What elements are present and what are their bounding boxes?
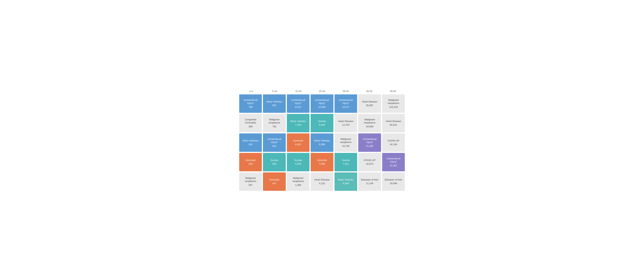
cell-label: Diseases of liver xyxy=(361,178,378,182)
grid-cell: Suicide7,311 xyxy=(334,153,357,171)
grid-cell: Motor Vehicles6,549 xyxy=(334,172,357,191)
cell-value: 42,104 xyxy=(390,143,397,146)
grid-cell: Diseases of liver19,598 xyxy=(382,172,405,191)
cell-value: 24,571 xyxy=(342,106,350,108)
cell-value: 309 xyxy=(248,162,253,165)
grid-cell: Suicide6,058 xyxy=(287,153,310,171)
data-grid: Unintentional Injury*788Motor Vehicles95… xyxy=(239,94,405,191)
cell-value: 307 xyxy=(248,184,253,186)
cell-value: 7,311 xyxy=(343,162,349,165)
cell-value: 35,997 xyxy=(366,104,373,107)
grid-cell: Motor Vehicles7,120 xyxy=(287,114,310,132)
cell-label: Malignant neoplasms xyxy=(336,138,356,144)
grid-cell: Motor Vehicles8,386 xyxy=(310,134,333,152)
cell-value: 369 xyxy=(248,125,253,128)
grid-cell: Heart Disease93,531 xyxy=(382,114,405,132)
cell-value: 6,549 xyxy=(343,182,349,185)
grid-cell: Unintentional Injury*21,948 xyxy=(358,134,381,152)
cell-value: 951 xyxy=(272,104,276,107)
cell-value: 22,361 xyxy=(390,164,397,167)
age-group-header: 45-54 xyxy=(358,89,381,93)
cell-value: 7,086 xyxy=(319,162,325,165)
cell-label: Malignant neoplasms xyxy=(360,118,380,124)
age-group-header: 1-4 xyxy=(239,89,263,93)
grid-cell: Malignant neoplasms34,589 xyxy=(358,114,381,132)
cell-value: 22,983 xyxy=(318,106,326,108)
cell-label: Unintentional Injury* xyxy=(384,157,403,164)
grid-cell: Unintentional Injury*24,571 xyxy=(334,94,357,113)
cell-value: 34,589 xyxy=(366,125,373,128)
cell-value: 8,446 xyxy=(319,124,325,126)
cell-label: Homicide xyxy=(293,139,303,142)
cell-value: 8,021 xyxy=(295,106,301,108)
cell-label: Malignant neoplasms xyxy=(264,118,284,124)
cell-value: 6,058 xyxy=(295,162,301,165)
age-group-header: 25-34 xyxy=(310,89,334,93)
cell-value: 792 xyxy=(272,125,276,128)
grid-cell: Unintentional Injury*8,021 xyxy=(287,94,310,113)
cell-value: 788 xyxy=(248,106,253,108)
age-group-header: 5-14 xyxy=(263,89,287,93)
grid-cell: Malignant neoplasms110,243 xyxy=(382,94,405,113)
grid-cell: Motor Vehicles951 xyxy=(263,94,286,113)
cell-value: 10,730 xyxy=(342,144,350,148)
cell-value: 11,146 xyxy=(366,182,373,185)
grid-cell: Motor Vehicles362 xyxy=(239,134,262,152)
cell-label: Congenital Anomalies xyxy=(241,118,260,124)
cell-value: 4,132 xyxy=(319,182,325,185)
grid-cell: Malignant neoplasms1,306 xyxy=(287,172,310,191)
grid-cell: Homicide309 xyxy=(239,153,262,171)
cell-label: Unintentional Injury* xyxy=(336,98,356,105)
grid-cell: Unintentional Injury*788 xyxy=(239,94,262,113)
grid-cell: Homicide7,086 xyxy=(310,153,333,171)
cell-label: Homicide xyxy=(270,178,279,182)
cell-label: Unintentional Injury* xyxy=(264,138,284,144)
grid-cell: Suicide600 xyxy=(263,153,286,171)
grid-cell: COVID-19*16,973 xyxy=(358,153,381,171)
cell-label: Motor Vehicles xyxy=(314,139,330,142)
cell-label: Unintentional Injury* xyxy=(312,98,332,105)
grid-cell: Unintentional Injury*624 xyxy=(263,134,286,152)
cell-label: COVID-19* xyxy=(388,139,400,142)
grid-cell: Heart Disease12,753 xyxy=(334,114,357,132)
chart-container: 1-45-1415-2425-3435-4445-5455-64 Uninten… xyxy=(239,86,405,191)
grid-cell: Suicide8,446 xyxy=(310,114,333,132)
grid-cell: COVID-19*42,104 xyxy=(382,134,405,152)
grid-cell: Homicide447 xyxy=(263,172,286,191)
cell-label: Heart Disease xyxy=(338,120,353,123)
cell-value: 19,598 xyxy=(390,182,397,185)
cell-label: Motor Vehicles xyxy=(338,178,354,182)
cell-label: Heart Disease xyxy=(314,178,330,182)
cell-label: Malignant neoplasms xyxy=(384,98,403,105)
grid-cell: Malignant neoplasms307 xyxy=(239,172,262,191)
grid-cell: Heart Disease35,997 xyxy=(358,94,381,113)
cell-label: Unintentional Injury* xyxy=(360,138,380,144)
cell-value: 21,948 xyxy=(366,144,373,148)
cell-label: COVID-19* xyxy=(364,159,376,162)
grid-cell: Malignant neoplasms10,730 xyxy=(334,134,357,152)
age-headers: 1-45-1415-2425-3435-4445-5455-64 xyxy=(239,89,405,93)
cell-value: 600 xyxy=(272,162,276,165)
cell-label: Suicide xyxy=(294,159,302,162)
grid-cell: Malignant neoplasms792 xyxy=(263,114,286,132)
grid-cell: Congenital Anomalies369 xyxy=(239,114,262,132)
grid-cell: Unintentional Injury*22,983 xyxy=(310,94,333,113)
cell-label: Suicide xyxy=(270,159,278,162)
cell-value: 447 xyxy=(272,182,276,185)
cell-value: 93,531 xyxy=(390,124,397,126)
cell-label: Motor Vehicles xyxy=(243,139,258,142)
cell-value: 362 xyxy=(248,143,253,146)
age-group-header: 55-64 xyxy=(381,89,405,93)
grid-cell: Unintentional Injury*22,361 xyxy=(382,153,405,171)
cell-label: Diseases of liver xyxy=(385,178,402,182)
cell-label: Suicide xyxy=(342,159,350,162)
grid-cell: Diseases of liver11,146 xyxy=(358,172,381,191)
cell-label: Suicide xyxy=(318,120,326,123)
grid-cell: Heart Disease4,132 xyxy=(310,172,333,191)
cell-label: Unintentional Injury* xyxy=(288,98,308,105)
age-group-header: 35-44 xyxy=(334,89,358,93)
cell-label: Unintentional Injury* xyxy=(241,98,260,105)
cell-value: 1,306 xyxy=(295,184,301,186)
cell-value: 16,973 xyxy=(366,162,373,165)
cell-label: Heart Disease xyxy=(362,100,377,104)
